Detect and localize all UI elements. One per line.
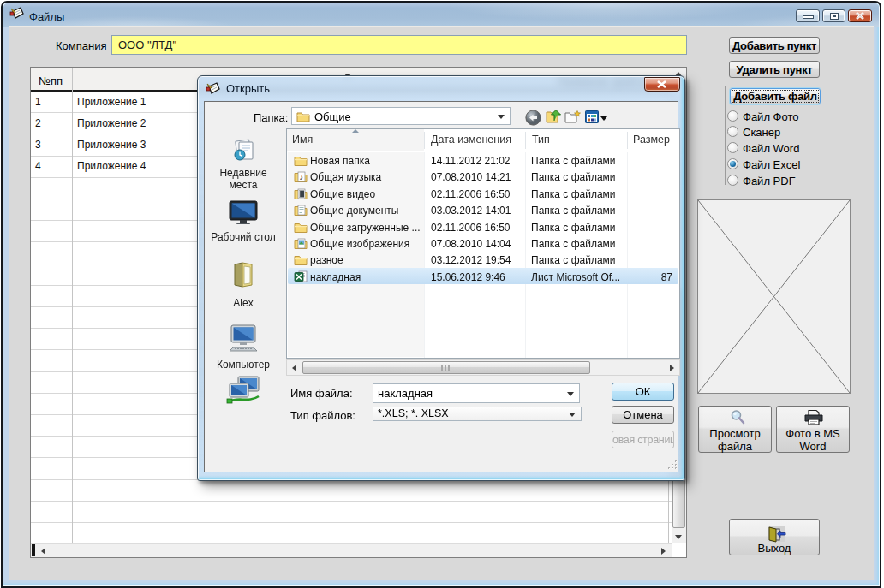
svg-text:♪: ♪ bbox=[300, 173, 304, 181]
